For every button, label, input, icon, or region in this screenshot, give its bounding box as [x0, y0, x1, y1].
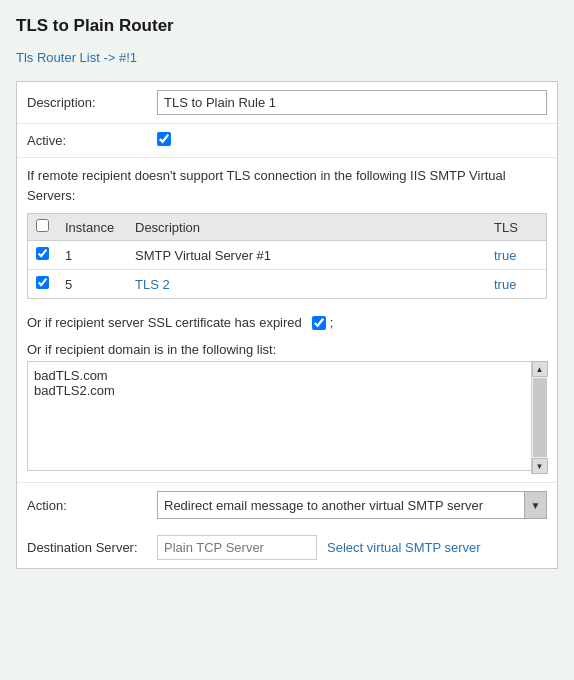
table-row: 1 SMTP Virtual Server #1 true	[28, 241, 546, 270]
scroll-up-button[interactable]: ▲	[532, 361, 548, 377]
action-row: Action: Redirect email message to anothe…	[17, 482, 557, 527]
description-input[interactable]	[157, 90, 547, 115]
col-header-tls: TLS	[486, 214, 546, 241]
ssl-row: Or if recipient server SSL certificate h…	[17, 307, 557, 338]
destination-row: Destination Server: Select virtual SMTP …	[17, 527, 557, 568]
description-label: Description:	[27, 95, 157, 110]
destination-input[interactable]	[157, 535, 317, 560]
domain-list-textarea[interactable]: badTLS.com badTLS2.com	[27, 361, 547, 471]
scroll-thumb[interactable]	[533, 378, 547, 457]
destination-label: Destination Server:	[27, 540, 157, 555]
row2-checkbox[interactable]	[36, 276, 49, 289]
row1-instance: 1	[57, 241, 127, 270]
action-label: Action:	[27, 498, 157, 513]
table-row: 5 TLS 2 true	[28, 270, 546, 299]
action-select[interactable]: Redirect email message to another virtua…	[158, 494, 524, 517]
iis-smtp-table: Instance Description TLS 1 SMTP Virtual …	[27, 213, 547, 299]
info-text: If remote recipient doesn't support TLS …	[17, 158, 557, 213]
domain-list-container: badTLS.com badTLS2.com ▲ ▼	[27, 361, 547, 474]
active-checkbox[interactable]	[157, 132, 171, 146]
col-header-check	[28, 214, 57, 241]
active-label: Active:	[27, 133, 157, 148]
select-all-checkbox[interactable]	[36, 219, 49, 232]
row1-description: SMTP Virtual Server #1	[127, 241, 486, 270]
col-header-description: Description	[127, 214, 486, 241]
ssl-checkbox[interactable]	[312, 316, 326, 330]
breadcrumb-link[interactable]: Tls Router List -> #!1	[16, 50, 137, 65]
row1-checkbox[interactable]	[36, 247, 49, 260]
scrollbar[interactable]: ▲ ▼	[531, 361, 547, 474]
scroll-down-button[interactable]: ▼	[532, 458, 548, 474]
select-dropdown-arrow[interactable]: ▼	[524, 492, 546, 518]
row2-instance: 5	[57, 270, 127, 299]
ssl-text-after: ;	[330, 315, 334, 330]
action-select-wrap[interactable]: Redirect email message to another virtua…	[157, 491, 547, 519]
row1-tls: true	[486, 241, 546, 270]
ssl-text-before: Or if recipient server SSL certificate h…	[27, 315, 302, 330]
page-title: TLS to Plain Router	[16, 16, 558, 36]
domain-list-label: Or if recipient domain is in the followi…	[17, 338, 557, 361]
select-smtp-link[interactable]: Select virtual SMTP server	[327, 540, 481, 555]
row2-tls: true	[486, 270, 546, 299]
col-header-instance: Instance	[57, 214, 127, 241]
row2-description[interactable]: TLS 2	[127, 270, 486, 299]
